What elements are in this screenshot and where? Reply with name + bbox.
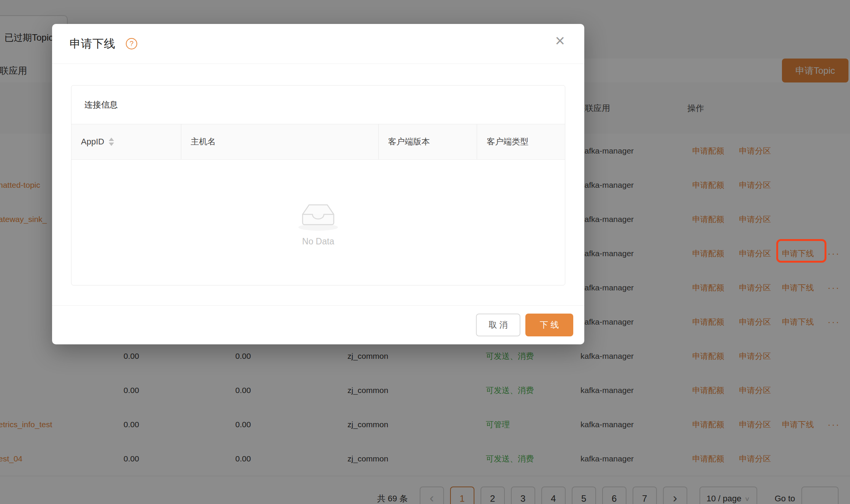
modal-column-label: AppID	[81, 137, 104, 147]
apply-offline-modal: 申请下线 ? × 连接信息 AppID主机名客户端版本客户端类型 No Data…	[52, 24, 584, 344]
sort-carets-icon[interactable]	[109, 138, 114, 146]
empty-state: No Data	[71, 160, 565, 286]
connection-info-card: 连接信息 AppID主机名客户端版本客户端类型 No Data	[71, 85, 565, 285]
sort-descend-icon	[109, 143, 114, 146]
modal-header: 申请下线 ? ×	[52, 24, 584, 64]
modal-title: 申请下线	[70, 36, 115, 52]
modal-column-label: 客户端版本	[388, 136, 430, 147]
empty-inbox-icon	[298, 199, 339, 231]
connection-info-title: 连接信息	[71, 86, 565, 124]
close-icon[interactable]: ×	[549, 29, 571, 52]
modal-column-label: 客户端类型	[487, 136, 528, 147]
modal-column-header-0[interactable]: AppID	[71, 124, 181, 159]
modal-column-header-3: 客户端类型	[477, 124, 565, 159]
modal-column-header-1: 主机名	[181, 124, 378, 159]
modal-column-label: 主机名	[191, 136, 216, 147]
question-circle-icon[interactable]: ?	[126, 38, 137, 49]
highlight-annotation-box	[776, 239, 826, 263]
modal-footer: 取 消 下 线	[52, 305, 584, 344]
cancel-button[interactable]: 取 消	[476, 314, 520, 336]
connection-table-header: AppID主机名客户端版本客户端类型	[71, 124, 565, 160]
sort-ascend-icon	[109, 138, 114, 141]
modal-column-header-2: 客户端版本	[378, 124, 477, 159]
offline-confirm-button[interactable]: 下 线	[525, 314, 573, 336]
no-data-text: No Data	[302, 236, 334, 247]
